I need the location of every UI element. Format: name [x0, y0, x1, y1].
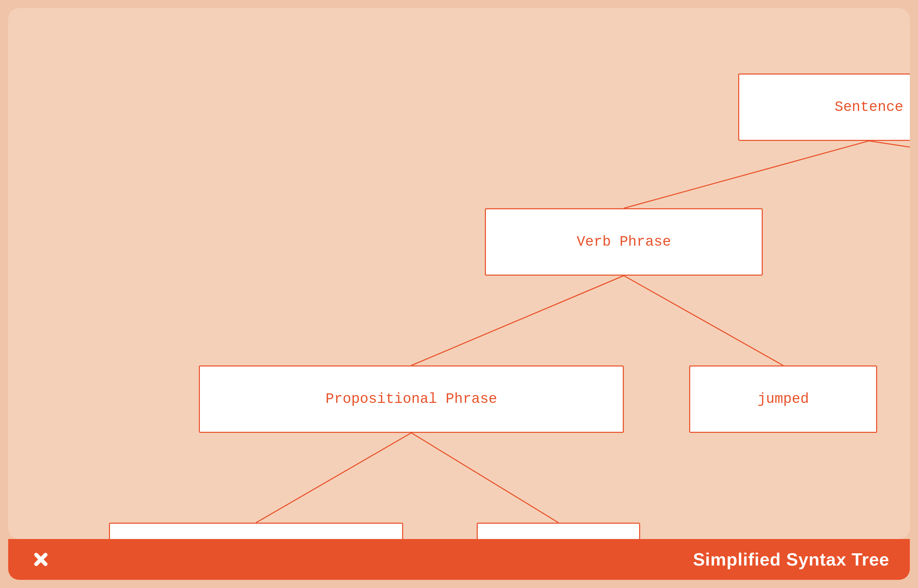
- svg-line-1: [869, 141, 910, 208]
- node-verb_phrase: Verb Phrase: [485, 208, 763, 276]
- footer-title: Simplified Syntax Tree: [693, 549, 889, 570]
- svg-line-3: [624, 276, 783, 365]
- svg-line-0: [624, 141, 869, 208]
- svg-line-6: [256, 433, 411, 523]
- node-jumped: jumped: [689, 365, 877, 433]
- svg-line-7: [411, 433, 559, 523]
- svg-line-2: [411, 276, 624, 365]
- node-propositional_phrase: Propositional Phrase: [199, 365, 624, 433]
- footer-logo: [29, 547, 53, 572]
- node-noun_phrase_2: Noun Phrase 2: [109, 523, 403, 539]
- footer: Simplified Syntax Tree: [8, 539, 910, 580]
- diagram-area: SentenceVerb PhraseNoun Phrase 1Proposit…: [8, 8, 910, 539]
- node-over: over: [477, 523, 640, 539]
- node-sentence: Sentence: [738, 73, 910, 141]
